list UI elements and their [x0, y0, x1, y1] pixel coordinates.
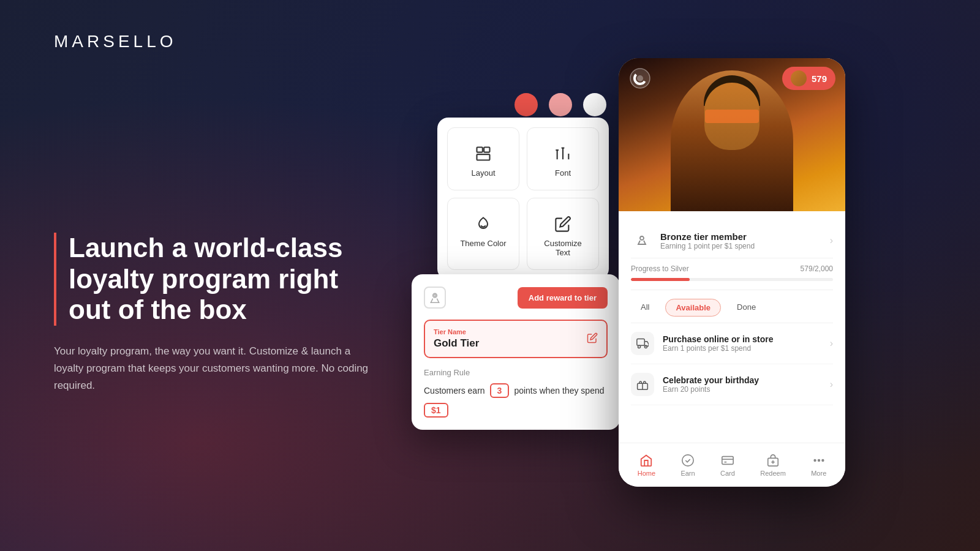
font-option[interactable]: Font: [527, 127, 599, 190]
svg-point-9: [637, 75, 643, 81]
tier-name-value: Gold Tier: [434, 337, 479, 350]
card-icon: [721, 454, 734, 467]
customize-text-label: Customize Text: [537, 239, 589, 257]
mobile-hero-image: 579: [619, 58, 845, 211]
filter-tabs: All Available Done: [631, 290, 833, 323]
tier-name-field[interactable]: Tier Name Gold Tier: [424, 320, 608, 358]
layout-option[interactable]: Layout: [447, 127, 519, 190]
customize-text-icon: [554, 216, 571, 233]
svg-point-22: [814, 459, 816, 461]
redeem-icon: [766, 454, 780, 467]
reward-purchase-row: Purchase online or in store Earn 1 point…: [631, 323, 833, 364]
nav-home[interactable]: Home: [638, 454, 655, 477]
mobile-app-panel: 579 Bronze tier member Earning 1 point p…: [619, 58, 845, 487]
color-selector: [514, 93, 606, 116]
svg-rect-16: [722, 456, 733, 464]
birthday-reward-title: Celebrate your birthday: [663, 375, 759, 385]
mobile-content: Bronze tier member Earning 1 point per $…: [619, 211, 845, 415]
progress-current: 579/2,000: [801, 264, 833, 273]
brand-logo: MARSELLO: [54, 32, 177, 51]
theme-color-icon: [475, 216, 492, 233]
svg-point-10: [640, 236, 644, 240]
color-dot-pink[interactable]: [549, 93, 572, 116]
progress-section: Progress to Silver 579/2,000: [631, 258, 833, 290]
user-avatar: [791, 70, 807, 86]
earning-rule-text-mid: points when they spend: [514, 386, 604, 395]
person-silhouette: [671, 70, 793, 211]
hero-section: Launch a world-class loyalty program rig…: [54, 233, 372, 394]
svg-rect-2: [477, 154, 490, 160]
mobile-logo: [628, 67, 652, 90]
more-icon: [812, 454, 826, 467]
earn-icon: [681, 454, 695, 467]
customize-text-option[interactable]: Customize Text: [527, 198, 599, 270]
edit-icon[interactable]: [587, 332, 598, 346]
purchase-icon-box: [631, 332, 654, 355]
tab-done[interactable]: Done: [727, 299, 766, 317]
tier-name-label: Tier Name: [434, 328, 479, 335]
points-count: 579: [812, 73, 827, 84]
purchase-reward-title: Purchase online or in store: [663, 334, 774, 344]
layout-icon: [475, 145, 492, 162]
earning-rule-points-badge: 3: [490, 383, 510, 398]
svg-point-13: [644, 345, 647, 348]
font-label: Font: [555, 168, 571, 178]
font-icon: [554, 145, 571, 162]
tier-panel-header: Add reward to tier: [424, 287, 608, 309]
tier-badge-icon: [631, 230, 653, 252]
svg-point-23: [818, 459, 820, 461]
nav-home-label: Home: [638, 470, 655, 477]
svg-point-6: [434, 294, 435, 296]
add-reward-button[interactable]: Add reward to tier: [518, 287, 608, 309]
tab-available[interactable]: Available: [665, 299, 721, 317]
points-badge: 579: [782, 67, 835, 90]
progress-bar-fill: [631, 278, 690, 281]
nav-more[interactable]: More: [811, 454, 826, 477]
nav-card-label: Card: [720, 470, 735, 477]
nav-more-label: More: [811, 470, 826, 477]
svg-rect-0: [477, 148, 483, 152]
tab-all[interactable]: All: [631, 299, 659, 317]
theme-color-label: Theme Color: [460, 239, 506, 248]
earning-rule-amount-badge: $1: [424, 403, 448, 418]
nav-redeem[interactable]: Redeem: [760, 454, 786, 477]
nav-card[interactable]: Card: [720, 454, 735, 477]
svg-point-12: [638, 345, 641, 348]
theme-color-option[interactable]: Theme Color: [447, 198, 519, 270]
subtext: Your loyalty program, the way you want i…: [54, 343, 372, 394]
color-dot-white[interactable]: [583, 93, 606, 116]
svg-point-24: [822, 459, 824, 461]
birthday-reward-sub: Earn 20 points: [663, 385, 759, 394]
tier-icon: [424, 287, 446, 309]
earning-rule-label: Earning Rule: [424, 368, 608, 377]
headline: Launch a world-class loyalty program rig…: [69, 233, 372, 326]
color-dot-red[interactable]: [514, 93, 538, 116]
customize-panel: Layout Font Theme Color Customize Text: [437, 118, 609, 280]
tier-chevron: ›: [830, 235, 833, 246]
svg-rect-1: [484, 148, 489, 152]
earning-rule-row: Customers earn 3 points when they spend …: [424, 383, 608, 418]
progress-label: Progress to Silver: [631, 264, 689, 273]
purchase-reward-sub: Earn 1 points per $1 spend: [663, 344, 774, 353]
progress-bar-track: [631, 278, 833, 281]
reward-birthday-row: Celebrate your birthday Earn 20 points ›: [631, 364, 833, 405]
birthday-chevron: ›: [830, 379, 833, 390]
tier-member-row: Bronze tier member Earning 1 point per $…: [631, 221, 833, 258]
nav-redeem-label: Redeem: [760, 470, 786, 477]
tier-editor-panel: Add reward to tier Tier Name Gold Tier E…: [412, 274, 620, 430]
nav-earn-label: Earn: [680, 470, 695, 477]
mobile-bottom-nav: Home Earn Card: [619, 443, 845, 487]
tier-subtitle: Earning 1 point per $1 spend: [660, 242, 755, 250]
nav-earn[interactable]: Earn: [680, 454, 695, 477]
birthday-icon-box: [631, 373, 654, 396]
purchase-chevron: ›: [830, 338, 833, 349]
tier-title: Bronze tier member: [660, 231, 755, 242]
svg-rect-11: [637, 339, 645, 346]
earning-rule-text-before: Customers earn: [424, 386, 485, 395]
home-icon: [639, 454, 653, 467]
layout-label: Layout: [471, 168, 495, 178]
